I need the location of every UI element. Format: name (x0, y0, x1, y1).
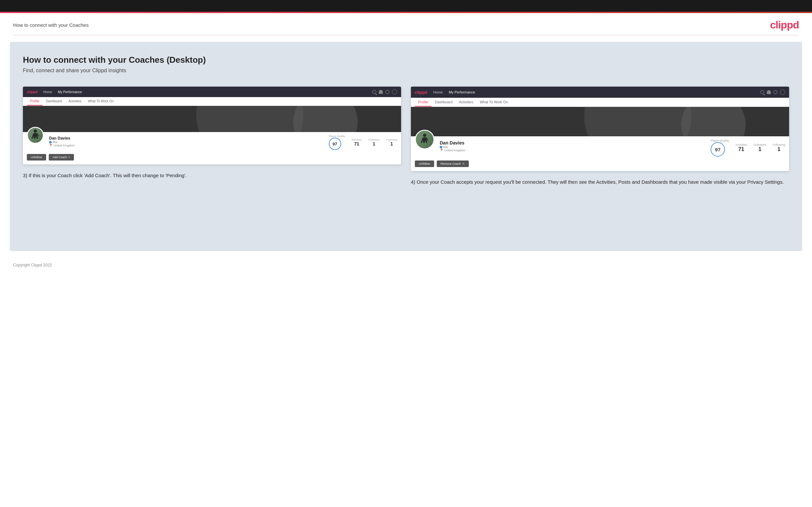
avatar-right (415, 130, 435, 150)
stat-followers-label-right: Followers (753, 143, 766, 147)
quality-circle-left: 97 (329, 137, 341, 150)
main-title: How to connect with your Coaches (Deskto… (23, 55, 789, 65)
stat-followers-left: Followers 1 (368, 138, 379, 147)
add-coach-button-left[interactable]: Add Coach + (49, 154, 74, 161)
svg-point-1 (423, 134, 426, 137)
avatar-left (27, 127, 44, 144)
action-buttons-left: Unfollow Add Coach + (23, 154, 401, 164)
stat-activities-label-right: Activities (735, 143, 747, 147)
header-title: How to connect with your Coaches (13, 22, 89, 28)
x-icon-right: ✕ (462, 162, 465, 165)
quality-circle-right: 97 (711, 142, 725, 157)
header: How to connect with your Coaches clippd (0, 13, 812, 35)
app-tabs-right: Profile Dashboard Activities What To Wor… (411, 98, 789, 107)
tab-whattoworkon-right[interactable]: What To Work On (476, 98, 511, 107)
stat-activities-value-right: 71 (735, 147, 747, 152)
stat-following-value-right: 1 (773, 147, 785, 152)
avatar-inner-right (416, 131, 434, 149)
location-pin-right: 📍 (440, 149, 443, 152)
footer: Copyright Clippd 2022 (0, 258, 812, 273)
stats-row-left: Player Quality 97 Activities 71 Follower… (329, 135, 397, 150)
hero-banner-right (411, 107, 789, 136)
avatar-inner-left (28, 128, 43, 143)
search-icon-left[interactable] (372, 90, 376, 94)
caption-left: 3) If this is your Coach click 'Add Coac… (23, 172, 401, 179)
clippd-logo: clippd (770, 19, 799, 31)
check-icon-right (440, 146, 442, 149)
nav-icons-right (760, 90, 785, 95)
stat-activities-value-left: 71 (351, 141, 362, 147)
app-navbar-left: clippd Home My Performance (23, 87, 401, 97)
stat-activities-label-left: Activities (351, 138, 362, 141)
check-icon-left (49, 141, 52, 144)
stat-followers-label-left: Followers (368, 138, 379, 141)
screenshots-row: clippd Home My Performance Profile Dashb… (23, 87, 789, 186)
left-col: clippd Home My Performance Profile Dashb… (23, 87, 401, 186)
stats-row-right: Player Quality 97 Activities 71 Follower… (711, 139, 785, 157)
copyright-text: Copyright Clippd 2022 (13, 263, 52, 267)
nav-myperformance-left[interactable]: My Performance (58, 90, 82, 94)
stat-following-label-left: Following (386, 138, 397, 141)
tab-dashboard-right[interactable]: Dashboard (432, 98, 456, 107)
remove-coach-button-right[interactable]: Remove Coach ✕ (437, 161, 469, 167)
profile-name-right: Dan Davies (440, 140, 705, 146)
left-screenshot: clippd Home My Performance Profile Dashb… (23, 87, 401, 164)
gear-icon-right[interactable] (773, 90, 777, 94)
top-bar (0, 0, 812, 12)
stat-quality-right: Player Quality 97 (711, 139, 729, 157)
tab-whattoworkon-left[interactable]: What To Work On (85, 97, 117, 106)
golfer-silhouette-right (419, 133, 430, 146)
nav-icons-left (372, 89, 397, 95)
profile-location-left: 📍 United Kingdom (49, 144, 323, 147)
hero-overlay-right (411, 107, 789, 136)
unfollow-button-right[interactable]: Unfollow (415, 161, 434, 167)
stat-followers-value-left: 1 (368, 141, 379, 147)
main-content: How to connect with your Coaches (Deskto… (10, 42, 802, 251)
profile-name-left: Dan Davies (49, 136, 323, 140)
profile-info-left: Dan Davies Pro 📍 United Kingdom (49, 135, 323, 147)
person-icon-left[interactable] (379, 90, 383, 94)
globe-icon-right[interactable] (780, 90, 785, 95)
search-icon-right[interactable] (760, 90, 764, 94)
tab-profile-left[interactable]: Profile (27, 97, 43, 106)
profile-location-right: 📍 United Kingdom (440, 149, 705, 152)
globe-icon-left[interactable] (392, 89, 397, 95)
stat-quality-left: Player Quality 97 (329, 135, 345, 150)
profile-area-left: Dan Davies Pro 📍 United Kingdom Player Q (23, 132, 401, 154)
stat-activities-left: Activities 71 (351, 138, 362, 147)
profile-area-right: Dan Davies Pro 📍 United Kingdom Player Q (411, 136, 789, 161)
gear-icon-left[interactable] (386, 90, 389, 94)
app-logo-left: clippd (27, 90, 37, 94)
hero-banner-left (23, 106, 401, 132)
stat-following-label-right: Following (773, 143, 785, 147)
tab-activities-right[interactable]: Activities (456, 98, 476, 107)
golfer-silhouette-left (30, 129, 41, 142)
right-screenshot: clippd Home My Performance Profile Dashb… (411, 87, 789, 171)
right-col: clippd Home My Performance Profile Dashb… (411, 87, 789, 186)
hero-overlay-left (23, 106, 401, 132)
stat-following-right: Following 1 (773, 143, 785, 152)
stat-followers-value-right: 1 (753, 147, 766, 152)
location-pin-left: 📍 (49, 144, 53, 147)
header-divider (13, 35, 799, 35)
stat-followers-right: Followers 1 (753, 143, 766, 152)
svg-point-0 (34, 129, 37, 133)
stat-following-left: Following 1 (386, 138, 397, 147)
profile-role-left: Pro (49, 140, 323, 144)
nav-home-left[interactable]: Home (43, 90, 52, 94)
person-icon-right[interactable] (767, 90, 771, 94)
stat-following-value-left: 1 (386, 141, 397, 147)
nav-home-right[interactable]: Home (433, 90, 443, 94)
unfollow-button-left[interactable]: Unfollow (27, 154, 46, 161)
tab-activities-left[interactable]: Activities (65, 97, 85, 106)
action-buttons-right: Unfollow Remove Coach ✕ (411, 161, 789, 171)
caption-right: 4) Once your Coach accepts your request … (411, 178, 789, 186)
profile-role-right: Pro (440, 146, 705, 149)
tab-profile-right[interactable]: Profile (415, 98, 432, 107)
tab-dashboard-left[interactable]: Dashboard (43, 97, 65, 106)
plus-icon-left: + (68, 156, 70, 159)
stat-quality-label-left: Player Quality (329, 135, 345, 137)
stat-activities-right: Activities 71 (735, 143, 747, 152)
nav-myperformance-right[interactable]: My Performance (449, 90, 475, 94)
stat-quality-label-right: Player Quality (711, 139, 729, 142)
